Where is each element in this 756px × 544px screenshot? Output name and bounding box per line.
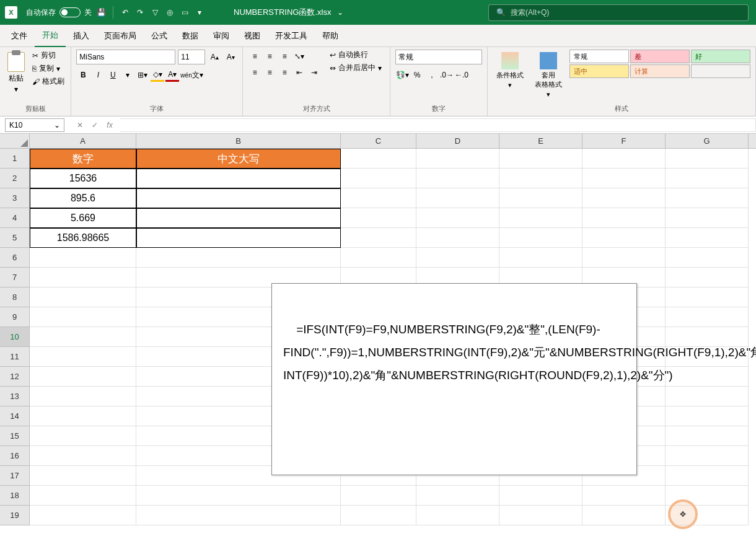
cell-D1[interactable] [416,149,499,169]
cell-E2[interactable] [499,169,582,188]
font-size-select[interactable] [178,50,205,64]
fx-icon[interactable]: fx [103,118,116,132]
cell-E3[interactable] [499,188,582,208]
cell-D19[interactable] [416,506,499,525]
conditional-format-button[interactable]: 条件格式▾ [493,50,527,92]
cell-C1[interactable] [341,149,416,169]
cell-C4[interactable] [341,208,416,228]
undo-icon[interactable]: ↶ [120,7,131,18]
cell-G6[interactable] [666,248,749,268]
menu-insert[interactable]: 插入 [66,25,97,46]
number-format-select[interactable] [395,50,482,64]
cell-E18[interactable] [499,486,582,506]
row-header-17[interactable]: 17 [0,466,30,486]
cell-A12[interactable] [30,367,136,387]
cell-style-neutral[interactable]: 适中 [569,64,629,78]
cell-A8[interactable] [30,287,136,307]
cell-G4[interactable] [666,208,749,228]
menu-home[interactable]: 开始 [35,25,66,47]
select-all-corner[interactable] [0,134,30,148]
cell-A11[interactable] [30,347,136,367]
align-right-icon[interactable]: ≡ [278,66,291,79]
cell-A3[interactable]: 895.6 [30,188,136,208]
align-center-icon[interactable]: ≡ [263,66,276,79]
row-header-13[interactable]: 13 [0,387,30,406]
cell-A13[interactable] [30,387,136,406]
underline-button[interactable]: U [106,68,120,82]
cell-B6[interactable] [136,248,341,268]
spreadsheet-grid[interactable]: ABCDEFG 1数字中文大写2156363895.645.66951586.9… [0,134,756,525]
cell-A17[interactable] [30,466,136,486]
cell-B4[interactable] [136,208,341,228]
underline-more-icon[interactable]: ▾ [121,68,134,82]
cell-C19[interactable] [341,506,416,525]
cell-F19[interactable] [582,506,666,525]
row-header-12[interactable]: 12 [0,367,30,387]
cell-A7[interactable] [30,268,136,287]
row-header-4[interactable]: 4 [0,208,30,228]
row-header-7[interactable]: 7 [0,268,30,287]
cell-style-more[interactable] [691,64,750,78]
menu-devtools[interactable]: 开发工具 [268,25,315,46]
wrap-text-button[interactable]: ↩自动换行 [330,50,382,60]
decrease-decimal-icon[interactable]: ←.0 [455,68,468,82]
format-as-table-button[interactable]: 套用 表格格式▾ [531,50,566,101]
cell-F2[interactable] [582,169,666,188]
cell-C5[interactable] [341,228,416,248]
align-left-icon[interactable]: ≡ [248,66,262,79]
cell-B2[interactable] [136,169,341,188]
row-header-16[interactable]: 16 [0,446,30,466]
copy-button[interactable]: ⎘复制▾ [31,63,66,74]
cell-D2[interactable] [416,169,499,188]
row-header-2[interactable]: 2 [0,169,30,188]
cell-E1[interactable] [499,149,582,169]
increase-font-icon[interactable]: A▴ [208,50,221,64]
cancel-formula-icon[interactable]: ✕ [73,118,87,132]
cell-style-calc[interactable]: 计算 [630,64,690,78]
cell-G5[interactable] [666,228,749,248]
cell-D5[interactable] [416,228,499,248]
cell-F4[interactable] [582,208,666,228]
indent-increase-icon[interactable]: ⇥ [307,66,321,79]
filename[interactable]: NUMBERSTRING函数.xlsx [234,7,331,18]
fill-color-button[interactable]: ◇▾ [151,68,164,82]
cell-A14[interactable] [30,406,136,426]
cell-G7[interactable] [666,268,749,287]
row-header-11[interactable]: 11 [0,347,30,367]
column-header-F[interactable]: F [582,134,666,148]
cell-C18[interactable] [341,486,416,506]
cell-G13[interactable] [666,387,749,406]
decrease-font-icon[interactable]: A▾ [224,50,237,64]
formula-input[interactable] [120,118,756,132]
cell-F3[interactable] [582,188,666,208]
column-header-C[interactable]: C [341,134,416,148]
cell-style-normal[interactable]: 常规 [569,50,629,63]
cell-C3[interactable] [341,188,416,208]
cell-G15[interactable] [666,426,749,446]
comma-icon[interactable]: , [425,68,439,82]
column-header-D[interactable]: D [416,134,499,148]
row-header-8[interactable]: 8 [0,287,30,307]
row-header-19[interactable]: 19 [0,506,30,525]
cell-G8[interactable] [666,287,749,307]
menu-layout[interactable]: 页面布局 [97,25,144,46]
menu-review[interactable]: 审阅 [206,25,237,46]
name-box[interactable]: K10 ⌄ [5,118,64,132]
cell-F5[interactable] [582,228,666,248]
cell-A1[interactable]: 数字 [30,149,136,169]
cell-E6[interactable] [499,248,582,268]
cell-D18[interactable] [416,486,499,506]
cell-F1[interactable] [582,149,666,169]
cut-button[interactable]: ✂剪切 [31,50,66,61]
cell-A18[interactable] [30,486,136,506]
italic-button[interactable]: I [91,68,105,82]
bold-button[interactable]: B [76,68,90,82]
menu-formulas[interactable]: 公式 [144,25,175,46]
row-header-6[interactable]: 6 [0,248,30,268]
row-header-3[interactable]: 3 [0,188,30,208]
cell-B19[interactable] [136,506,341,525]
currency-icon[interactable]: 💱▾ [395,68,409,82]
cell-A6[interactable] [30,248,136,268]
touch-icon[interactable]: ▭ [179,7,190,18]
row-header-18[interactable]: 18 [0,486,30,506]
